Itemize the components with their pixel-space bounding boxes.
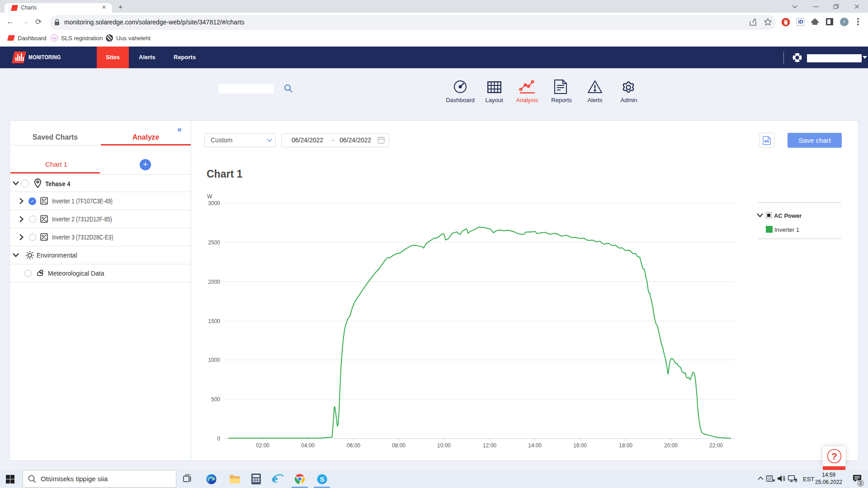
- svg-text:CSV: CSV: [765, 140, 769, 142]
- svg-text:?: ?: [831, 451, 837, 461]
- svg-text:S: S: [320, 475, 324, 483]
